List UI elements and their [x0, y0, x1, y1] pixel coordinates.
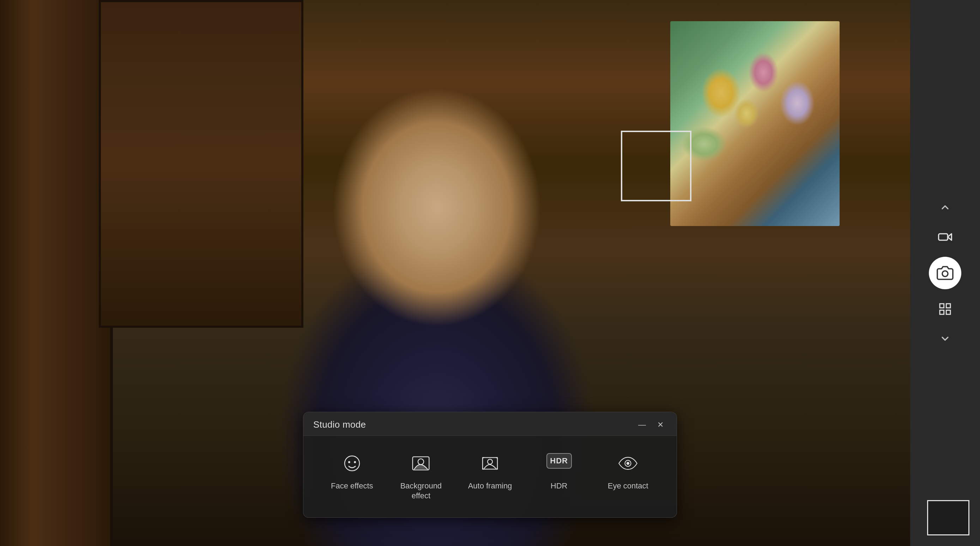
eye-contact-label: Eye contact — [608, 481, 648, 491]
painting-right — [670, 21, 840, 226]
bookcase-left — [0, 0, 113, 546]
hdr-item[interactable]: HDR HDR — [525, 446, 594, 496]
svg-point-11 — [418, 459, 424, 465]
hdr-icon: HDR — [546, 451, 572, 476]
svg-point-7 — [345, 456, 360, 471]
studio-title: Studio mode — [313, 419, 366, 430]
svg-point-13 — [488, 459, 492, 464]
minimize-button[interactable]: — — [636, 418, 648, 431]
svg-point-23 — [627, 462, 630, 465]
background-effect-icon — [408, 451, 434, 476]
svg-rect-6 — [946, 310, 950, 315]
face-effects-item[interactable]: Face effects — [318, 446, 387, 496]
close-button[interactable]: ✕ — [654, 418, 667, 431]
svg-point-8 — [348, 461, 350, 463]
background-effect-item[interactable]: Background effect — [387, 446, 456, 506]
svg-point-2 — [942, 271, 948, 276]
svg-rect-0 — [939, 234, 948, 240]
capture-button[interactable] — [929, 257, 961, 289]
grid-button[interactable] — [931, 295, 959, 323]
auto-frame-overlay — [621, 131, 691, 201]
eye-contact-icon — [615, 451, 641, 476]
background-effect-label: Background effect — [390, 481, 452, 501]
app-container: Studio mode — ✕ Face effects — [0, 0, 980, 546]
studio-panel: Studio mode — ✕ Face effects — [303, 412, 677, 518]
bookcase-center — [99, 0, 303, 328]
scroll-up-button[interactable] — [934, 197, 956, 218]
auto-framing-icon — [477, 451, 503, 476]
face-effects-icon — [339, 451, 365, 476]
eye-contact-item[interactable]: Eye contact — [593, 446, 662, 496]
title-controls: — ✕ — [636, 418, 667, 431]
studio-titlebar: Studio mode — ✕ — [303, 412, 677, 436]
svg-marker-1 — [948, 234, 951, 240]
auto-framing-item[interactable]: Auto framing — [455, 446, 525, 496]
svg-rect-5 — [940, 310, 944, 315]
studio-items: Face effects Background effect — [303, 436, 677, 517]
right-sidebar — [910, 0, 980, 546]
svg-rect-4 — [946, 304, 950, 308]
flowers-painting — [670, 21, 840, 226]
svg-point-9 — [354, 461, 356, 463]
face-effects-label: Face effects — [331, 481, 373, 491]
video-mode-button[interactable] — [931, 223, 959, 251]
auto-framing-label: Auto framing — [468, 481, 512, 491]
hdr-badge: HDR — [546, 453, 572, 469]
svg-rect-3 — [940, 304, 944, 308]
scroll-down-button[interactable] — [934, 328, 956, 349]
hdr-label: HDR — [550, 481, 568, 491]
corner-preview-box — [927, 500, 969, 535]
